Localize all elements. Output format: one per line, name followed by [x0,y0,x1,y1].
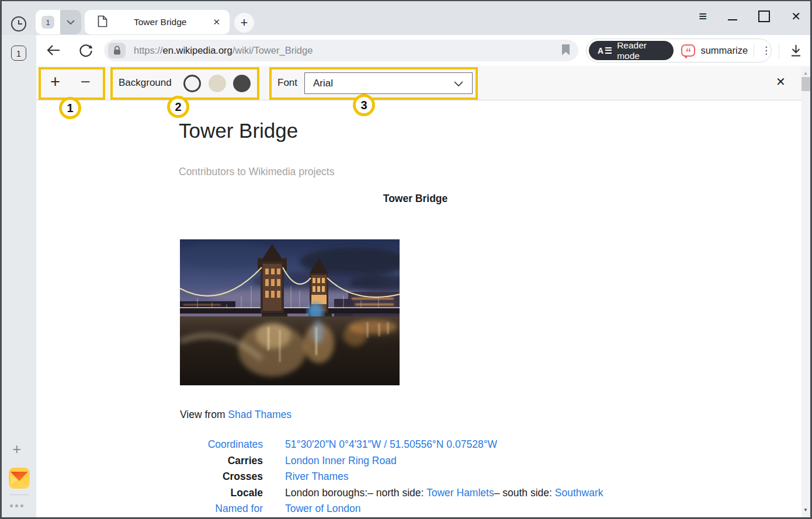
quote-bubble-icon: “ [681,44,695,57]
address-toolbar: https://en.wikipedia.org/wiki/Tower_Brid… [36,35,810,66]
table-row: Named for Tower of London [179,501,652,517]
scrollbar-thumb[interactable] [801,77,810,91]
sidebar-add-icon[interactable]: + [12,440,21,458]
table-row: Locale London boroughs:– north side: Tow… [179,485,652,501]
scroll-down-icon[interactable]: ▼ [803,507,808,513]
summarize-label: summarize [700,45,748,56]
summarize-button[interactable]: “ summarize [681,44,748,57]
divider [754,44,754,57]
sidebar-divider [9,494,29,495]
lock-icon[interactable] [108,43,126,58]
row-label-carries: Carries [179,453,263,469]
row-label-locale: Locale [179,485,263,501]
workspace-badge[interactable]: 1 [11,46,26,61]
reader-mode-label: Reader mode [617,40,665,61]
url-text: https://en.wikipedia.org/wiki/Tower_Brid… [134,45,313,56]
new-tab-button[interactable]: + [234,13,254,33]
row-value-crosses[interactable]: River Thames [285,469,349,485]
row-value-named-for[interactable]: Tower of London [285,501,360,517]
tab-stack-count-wrap: 1 [36,10,60,34]
page-actions-group: A Reader mode “ summarize ⋮ [586,39,772,62]
reader-mode-button[interactable]: A Reader mode [589,41,674,60]
row-label-coordinates[interactable]: Coordinates [179,437,263,453]
tab-bar: 1 Tower Bridge ✕ + ≡ ✕ [2,1,810,35]
browser-window: 1 Tower Bridge ✕ + ≡ ✕ 1 + [2,1,810,517]
bookmark-icon[interactable] [561,44,570,58]
southwark-link[interactable]: Southwark [555,487,603,499]
annotation-box-font [269,67,478,100]
url-host: en.wikipedia.org [163,45,233,55]
back-icon[interactable] [46,43,61,60]
tab-stack-count-badge: 1 [41,16,54,29]
tower-hamlets-link[interactable]: Tower Hamlets [426,487,494,499]
page-icon [98,15,107,30]
row-value-coordinates[interactable]: 51°30′20″N 0°4′31″W / 51.50556°N 0.07528… [285,437,497,453]
row-label-named-for[interactable]: Named for [179,501,263,517]
window-close-icon[interactable]: ✕ [791,11,801,22]
sidebar-more-icon[interactable] [10,504,23,507]
table-row: Coordinates 51°30′20″N 0°4′31″W / 51.505… [179,437,652,453]
tab-stack-expand-button[interactable] [60,10,81,34]
window-controls: ≡ ✕ [699,5,801,28]
sidebar: 1 + [2,35,36,517]
url-path: /wiki/Tower_Bridge [233,45,313,55]
reload-icon[interactable] [78,43,93,61]
row-value-carries[interactable]: London Inner Ring Road [285,453,397,469]
tower-bridge-photo [180,239,400,385]
caption-prefix: View from [180,409,228,420]
url-scheme: https:// [134,45,163,55]
row-label-crosses: Crosses [179,469,263,485]
reader-content: Tower Bridge Contributors to Wikimedia p… [36,100,801,517]
kebab-menu-icon[interactable]: ⋮ [761,44,771,57]
reader-mode-icon: A [598,47,612,55]
infobox-table: Coordinates 51°30′20″N 0°4′31″W / 51.505… [179,437,652,517]
annotation-badge-2: 2 [167,96,189,118]
article-byline: Contributors to Wikimedia projects [179,166,334,178]
tab-close-icon[interactable]: ✕ [213,17,220,27]
tab-title: Tower Bridge [107,17,213,27]
tab-stack[interactable]: 1 [36,10,81,34]
divider [779,43,779,58]
caption-link[interactable]: Shad Thames [228,409,292,420]
row-value-locale: London boroughs:– north side: Tower Haml… [285,485,603,501]
minimize-button[interactable] [728,19,737,20]
scrollbar[interactable]: ▲ ▼ [801,66,810,517]
annotation-badge-1: 1 [59,97,81,119]
mail-app-icon[interactable] [9,468,30,491]
table-row: Crosses River Thames [179,469,652,485]
url-bar[interactable]: https://en.wikipedia.org/wiki/Tower_Brid… [104,40,578,61]
maximize-button[interactable] [758,11,770,22]
download-icon[interactable] [789,43,803,60]
reader-close-icon[interactable]: ✕ [776,75,786,89]
annotation-badge-3: 3 [353,94,375,116]
active-tab[interactable]: Tower Bridge ✕ [85,10,230,34]
page-title: Tower Bridge [179,119,298,142]
chevron-down-icon [67,20,75,25]
image-caption: View from Shad Thames [180,409,292,421]
annotation-box-zoom [39,67,105,100]
infobox-caption: Tower Bridge [179,193,652,205]
history-clock-icon[interactable] [10,15,27,35]
menu-icon[interactable]: ≡ [699,9,707,23]
annotation-box-background [110,67,259,100]
table-row: Carries London Inner Ring Road [179,453,652,469]
scroll-up-icon[interactable]: ▲ [803,71,808,76]
